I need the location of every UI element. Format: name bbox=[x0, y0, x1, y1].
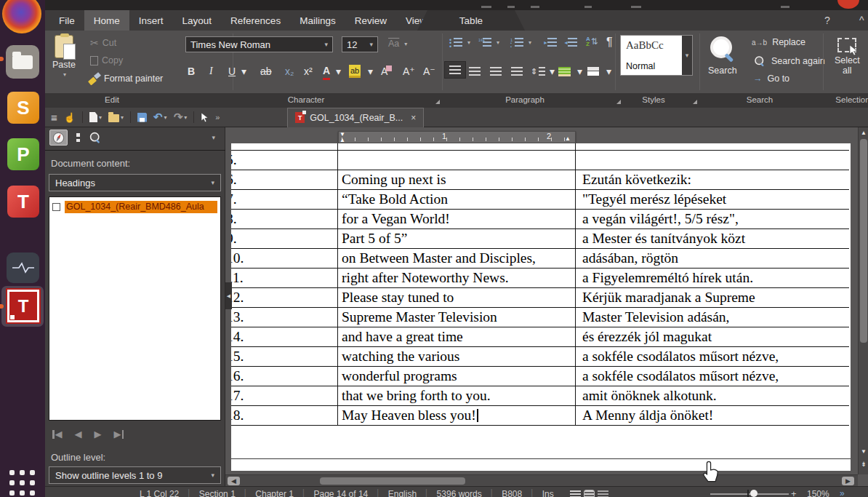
language-status[interactable]: English bbox=[388, 489, 417, 497]
select-all-button[interactable]: Selectall bbox=[835, 38, 860, 76]
zoom-level-value[interactable]: 150% bbox=[807, 489, 829, 497]
system-monitor-icon[interactable] bbox=[7, 253, 39, 283]
heading-checkbox[interactable] bbox=[52, 203, 60, 211]
replace-button[interactable]: a→b Replace bbox=[752, 37, 805, 47]
english-cell[interactable]: on Between Master and Disciples, bbox=[338, 249, 576, 268]
row-number-cell[interactable]: 14. bbox=[231, 327, 338, 346]
table-row[interactable]: 17. that we bring forth to you. amit önö… bbox=[231, 386, 849, 406]
table-row[interactable]: 13. Supreme Master Television Master Tel… bbox=[231, 308, 849, 327]
row-number-cell[interactable]: 15. bbox=[231, 347, 338, 366]
scroll-left-icon[interactable]: ◀ bbox=[228, 477, 240, 485]
sort-button[interactable]: AZ ⇅ bbox=[586, 36, 598, 47]
help-icon[interactable]: ? bbox=[824, 10, 830, 31]
row-number-cell[interactable]: 12. bbox=[231, 288, 338, 307]
firefox-icon[interactable] bbox=[2, 0, 41, 33]
heading-list-item[interactable]: GOL_1034_(Reair_BMD486_Aula bbox=[52, 200, 217, 213]
row-number-cell[interactable]: 11. bbox=[231, 269, 338, 287]
pilcrow-button[interactable]: ¶ bbox=[606, 36, 613, 49]
row-number-cell[interactable]: 6. bbox=[231, 170, 338, 189]
hungarian-cell[interactable]: a vegán világért!, 5/5 rész", bbox=[576, 210, 849, 228]
chevron-down-icon[interactable]: ▾ bbox=[336, 63, 341, 80]
toolbar-overflow-icon[interactable]: » bbox=[215, 113, 220, 122]
chevron-down-icon[interactable]: ▾ bbox=[550, 63, 555, 80]
english-cell[interactable]: right after Noteworthy News. bbox=[338, 269, 576, 287]
hungarian-cell[interactable]: amit önöknek alkotunk. bbox=[576, 386, 849, 405]
tab-table-context[interactable]: Table bbox=[417, 10, 525, 31]
english-cell[interactable]: wonderful programs bbox=[338, 367, 576, 386]
menu-item[interactable]: Home bbox=[84, 10, 129, 31]
hungarian-cell[interactable]: Master Television adásán, bbox=[576, 308, 849, 327]
indent-marker-icon[interactable]: ▼▲ bbox=[339, 132, 345, 143]
presentations-icon[interactable]: P bbox=[7, 138, 39, 170]
english-cell[interactable]: Supreme Master Television bbox=[338, 308, 576, 327]
highlight-button[interactable]: ab bbox=[349, 65, 361, 78]
horizontal-scroll-thumb[interactable] bbox=[320, 477, 465, 485]
shrink-font-button[interactable]: A⁻ bbox=[423, 63, 435, 80]
open-button[interactable]: ▾ bbox=[108, 112, 124, 122]
font-color-button[interactable]: A bbox=[323, 63, 330, 80]
zoom-slider-track[interactable] bbox=[710, 493, 789, 495]
english-cell[interactable]: and have a great time bbox=[338, 327, 576, 346]
table-row[interactable]: 7. “Take Bold Action "Tegyél merész lépé… bbox=[231, 190, 849, 210]
format-painter-button[interactable]: Format painter bbox=[89, 73, 163, 84]
bullets-button[interactable]: ▾ bbox=[449, 38, 470, 47]
menu-item[interactable]: Review bbox=[345, 10, 396, 31]
zoom-slider-handle[interactable] bbox=[750, 490, 758, 497]
menu-item[interactable]: References bbox=[221, 10, 290, 31]
chevron-down-icon[interactable]: ▾ bbox=[212, 134, 215, 141]
object-mode-button[interactable] bbox=[201, 112, 209, 122]
zoom-in-icon[interactable]: + bbox=[791, 488, 797, 497]
show-applications-icon[interactable] bbox=[9, 470, 36, 496]
chevron-down-icon[interactable]: ▾ bbox=[241, 63, 246, 80]
headings-list[interactable]: GOL_1034_(Reair_BMD486_Aula bbox=[49, 196, 221, 421]
line-spacing-button[interactable]: ⇕ bbox=[531, 63, 545, 80]
underline-button[interactable]: U bbox=[228, 63, 236, 80]
borders-button[interactable] bbox=[587, 63, 599, 80]
menu-item[interactable]: Insert bbox=[129, 10, 173, 31]
status-overflow-icon[interactable]: » bbox=[840, 488, 845, 497]
english-cell[interactable]: watching the various bbox=[338, 347, 576, 366]
english-cell[interactable] bbox=[338, 151, 576, 170]
english-cell[interactable]: for a Vegan World! bbox=[338, 210, 576, 228]
navigation-tab-button[interactable] bbox=[49, 130, 68, 146]
outline-view-icon[interactable] bbox=[598, 490, 608, 497]
hamburger-menu-icon[interactable]: ≡ bbox=[51, 111, 57, 124]
font-size-combo[interactable]: 12▾ bbox=[342, 36, 378, 52]
increase-indent-button[interactable] bbox=[544, 38, 557, 47]
planmaker-icon[interactable]: S bbox=[7, 92, 39, 124]
goto-button[interactable]: → Go to bbox=[753, 73, 789, 84]
row-number-cell[interactable]: 9. bbox=[231, 229, 338, 248]
next-heading-button[interactable]: ▶ bbox=[95, 429, 102, 440]
subscript-button[interactable]: x₂ bbox=[285, 63, 294, 80]
horizontal-ruler[interactable]: 1 2 ▼▲ ▲ bbox=[338, 131, 576, 143]
hungarian-cell[interactable] bbox=[576, 151, 849, 170]
hungarian-cell[interactable]: a Mester és tanítványok közt bbox=[576, 229, 849, 248]
last-heading-button[interactable]: ▶ bbox=[114, 429, 124, 440]
font-name-combo[interactable]: Times New Roman▾ bbox=[185, 36, 333, 52]
decrease-indent-button[interactable] bbox=[564, 38, 577, 47]
horizontal-scrollbar[interactable]: ◀ ▶ bbox=[225, 474, 858, 486]
new-document-button[interactable]: ▾ bbox=[89, 112, 102, 122]
textmaker-active-app[interactable]: T bbox=[1, 286, 44, 327]
right-indent-marker-icon[interactable]: ▲ bbox=[565, 136, 571, 142]
menu-item[interactable]: File bbox=[49, 10, 84, 31]
table-row[interactable]: 5. bbox=[231, 151, 849, 170]
chevron-down-icon[interactable]: ▾ bbox=[577, 63, 582, 80]
row-number-cell[interactable]: 7. bbox=[231, 190, 338, 209]
table-row[interactable]: 9. Part 5 of 5” a Mester és tanítványok … bbox=[231, 229, 849, 249]
hungarian-cell[interactable]: Ezután következik: bbox=[576, 170, 849, 189]
hungarian-cell[interactable]: A Menny áldja önöket! bbox=[576, 406, 849, 425]
normal-view-icon[interactable] bbox=[570, 490, 581, 497]
redo-button[interactable]: ↶▾ bbox=[174, 111, 188, 124]
english-cell[interactable]: Part 5 of 5” bbox=[338, 229, 576, 248]
english-cell[interactable]: May Heaven bless you! bbox=[338, 406, 576, 425]
menu-item[interactable]: Layout bbox=[173, 10, 222, 31]
row-number-cell[interactable]: 8. bbox=[231, 210, 338, 228]
sidebar-search-icon[interactable] bbox=[90, 132, 100, 143]
hungarian-cell[interactable]: a sokféle csodálatos műsort nézve, bbox=[576, 367, 849, 386]
undo-button[interactable]: ↶▾ bbox=[153, 111, 167, 124]
close-tab-icon[interactable]: × bbox=[411, 113, 416, 123]
row-number-cell[interactable]: 13. bbox=[231, 308, 338, 327]
table-row[interactable]: 6. Coming up next is Ezután következik: bbox=[231, 170, 849, 190]
word-count-status[interactable]: 5396 words bbox=[437, 489, 482, 497]
